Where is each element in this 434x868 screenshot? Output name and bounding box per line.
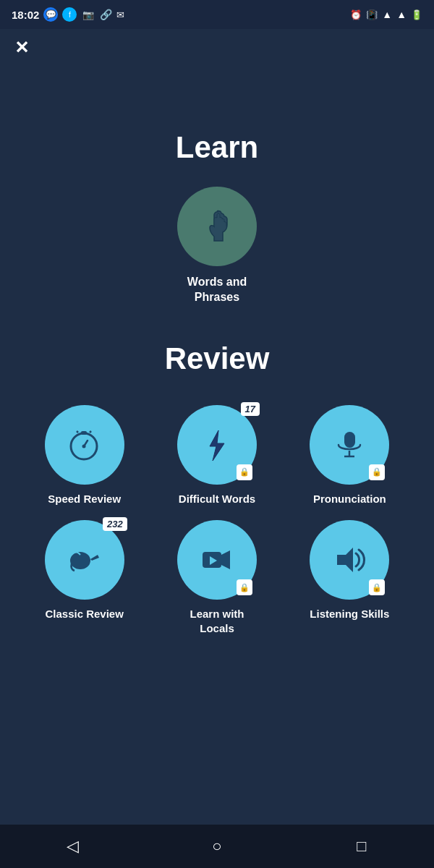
learn-section: Learn Words and Phrases <box>0 130 434 341</box>
gmail-icon: ✉ <box>116 9 124 20</box>
nav-menu-button[interactable]: □ <box>344 828 380 864</box>
listening-skills-lock <box>369 579 385 595</box>
classic-review-badge: 232 <box>103 517 127 531</box>
words-phrases-circle <box>177 187 257 266</box>
listening-skills-item[interactable]: Listening Skills <box>287 520 412 635</box>
svg-marker-16 <box>337 548 353 572</box>
battery-icon: 🔋 <box>411 9 422 20</box>
main-content: Learn Words and Phrases Review <box>0 29 434 635</box>
difficult-words-badge: 17 <box>241 402 260 416</box>
difficult-words-circle: 17 <box>177 405 257 485</box>
alarm-icon: ⏰ <box>350 9 362 20</box>
review-title: Review <box>165 341 270 376</box>
learn-with-locals-item[interactable]: Learn with Locals <box>154 520 279 635</box>
pronunciation-label: Pronunciation <box>313 492 386 506</box>
facebook-icon: f <box>62 7 77 22</box>
instagram-icon: 📷 <box>81 7 95 22</box>
status-bar: 18:02 💬 f 📷 🔗 ✉ ⏰ 📳 ▲ ▲ 🔋 <box>0 0 434 29</box>
learn-with-locals-circle <box>177 520 257 600</box>
link-icon: 🔗 <box>100 9 112 20</box>
speed-review-circle <box>45 405 124 485</box>
hand-gesture-icon <box>195 205 239 248</box>
classic-review-circle: 232 <box>45 520 124 600</box>
classic-review-item[interactable]: 232 Classic Review <box>22 520 147 635</box>
watering-can-icon <box>64 540 104 580</box>
messenger-icon: 💬 <box>43 7 58 22</box>
svg-line-5 <box>77 431 78 433</box>
vibrate-icon: 📳 <box>366 9 378 20</box>
learn-with-locals-lock <box>237 579 252 595</box>
status-right-icons: ⏰ 📳 ▲ ▲ 🔋 <box>350 9 422 20</box>
svg-point-4 <box>82 445 86 448</box>
learn-title: Learn <box>176 130 258 165</box>
close-button[interactable]: ✕ <box>14 38 29 58</box>
listening-skills-label: Listening Skills <box>310 607 389 621</box>
pronunciation-circle <box>310 405 389 485</box>
difficult-words-label: Difficult Words <box>179 492 255 506</box>
speed-review-item[interactable]: Speed Review <box>22 405 147 506</box>
words-phrases-label: Words and Phrases <box>187 275 247 305</box>
svg-marker-7 <box>210 430 224 461</box>
difficult-words-item[interactable]: 17 Difficult Words <box>154 405 279 506</box>
words-phrases-item[interactable]: Words and Phrases <box>177 187 257 305</box>
video-camera-icon <box>197 540 237 580</box>
signal-icon: ▲ <box>396 9 407 20</box>
status-left: 18:02 💬 f 📷 🔗 ✉ <box>12 7 124 22</box>
nav-bar: ◁ ○ □ <box>0 825 434 868</box>
status-time: 18:02 <box>12 9 39 21</box>
wifi-icon: ▲ <box>382 9 392 20</box>
pronunciation-item[interactable]: Pronunciation <box>287 405 412 506</box>
classic-review-label: Classic Review <box>45 607 123 621</box>
svg-rect-8 <box>344 432 355 448</box>
review-grid: Speed Review 17 Difficult Words <box>22 405 412 636</box>
pronunciation-lock <box>369 464 385 480</box>
microphone-icon <box>330 425 370 464</box>
lightning-icon <box>197 425 237 464</box>
svg-line-6 <box>90 431 91 433</box>
nav-back-button[interactable]: ◁ <box>54 828 90 864</box>
learn-with-locals-label: Learn with Locals <box>190 607 244 635</box>
svg-marker-14 <box>221 550 230 569</box>
listening-skills-circle <box>310 520 389 600</box>
difficult-words-lock <box>237 464 252 480</box>
speaker-icon <box>330 540 370 580</box>
nav-home-button[interactable]: ○ <box>199 828 235 864</box>
review-section: Review Speed Review <box>0 341 434 636</box>
speed-review-label: Speed Review <box>48 492 121 506</box>
stopwatch-icon <box>64 425 104 464</box>
